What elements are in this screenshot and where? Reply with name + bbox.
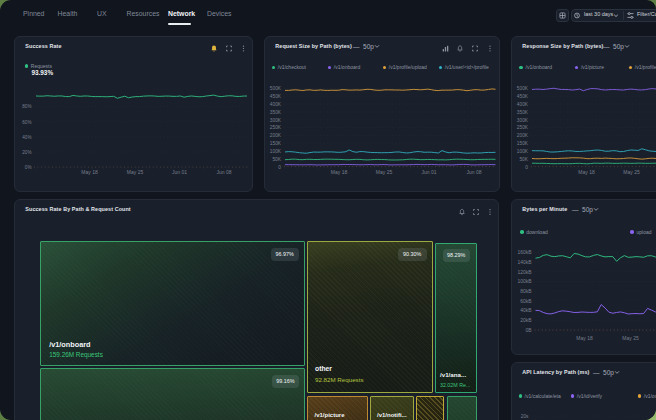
svg-text:May 18: May 18 <box>331 169 348 175</box>
svg-text:300K: 300K <box>517 118 529 123</box>
svg-text:250K: 250K <box>517 125 529 130</box>
svg-text:150K: 150K <box>270 141 282 146</box>
svg-text:120kB: 120kB <box>518 268 533 274</box>
svg-text:200K: 200K <box>270 133 282 138</box>
svg-text:500K: 500K <box>270 86 282 91</box>
svg-text:0%: 0% <box>25 165 32 170</box>
svg-text:May 18: May 18 <box>81 169 98 175</box>
svg-text:Jun 01: Jun 01 <box>172 169 187 175</box>
svg-text:60%: 60% <box>22 120 31 125</box>
svg-text:0B: 0B <box>526 326 533 332</box>
svg-text:May 25: May 25 <box>623 169 640 175</box>
svg-text:0: 0 <box>525 165 528 170</box>
svg-text:Jun 08: Jun 08 <box>466 169 481 175</box>
svg-text:20kB: 20kB <box>520 317 532 323</box>
svg-text:450K: 450K <box>517 94 529 99</box>
svg-text:200K: 200K <box>517 133 529 138</box>
svg-text:20s: 20s <box>521 414 529 419</box>
svg-text:May 25: May 25 <box>127 169 144 175</box>
svg-text:80kB: 80kB <box>520 288 532 294</box>
svg-text:160kB: 160kB <box>518 249 533 255</box>
svg-text:50K: 50K <box>519 157 528 162</box>
svg-text:May 25: May 25 <box>376 169 393 175</box>
svg-text:May 25: May 25 <box>622 335 639 341</box>
svg-text:Jun 01: Jun 01 <box>421 169 436 175</box>
svg-text:100K: 100K <box>270 149 282 154</box>
svg-text:Jun 08: Jun 08 <box>216 169 231 175</box>
svg-text:80%: 80% <box>22 104 31 109</box>
svg-text:20%: 20% <box>22 150 31 155</box>
svg-text:150K: 150K <box>517 141 529 146</box>
svg-text:350K: 350K <box>517 110 529 115</box>
svg-text:100K: 100K <box>517 149 529 154</box>
svg-text:350K: 350K <box>270 110 282 115</box>
svg-text:300K: 300K <box>270 118 282 123</box>
svg-text:40%: 40% <box>22 135 31 140</box>
svg-text:May 18: May 18 <box>576 335 593 341</box>
svg-text:140kB: 140kB <box>518 258 533 264</box>
svg-text:50K: 50K <box>272 157 281 162</box>
svg-text:40kB: 40kB <box>520 307 532 313</box>
svg-text:100kB: 100kB <box>518 278 533 284</box>
svg-text:500K: 500K <box>517 86 529 91</box>
svg-text:May 18: May 18 <box>578 169 595 175</box>
svg-text:400K: 400K <box>517 102 529 107</box>
svg-text:0: 0 <box>278 165 281 170</box>
svg-text:250K: 250K <box>270 125 282 130</box>
svg-text:450K: 450K <box>270 94 282 99</box>
svg-text:400K: 400K <box>270 102 282 107</box>
svg-text:60kB: 60kB <box>520 297 532 303</box>
